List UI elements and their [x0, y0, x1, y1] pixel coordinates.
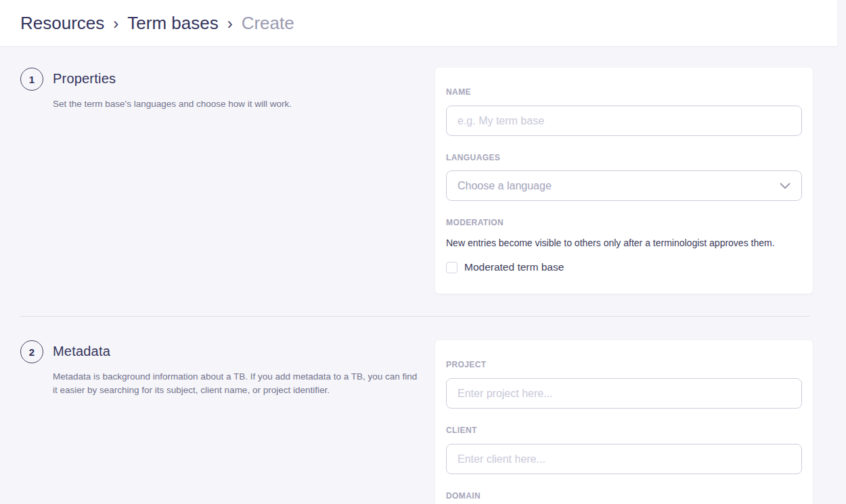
section-description-properties: Set the term base's languages and choose… — [53, 97, 292, 111]
section-title-metadata: Metadata — [53, 344, 422, 359]
metadata-card: PROJECT CLIENT DOMAIN — [435, 340, 813, 504]
project-field-label: PROJECT — [446, 360, 802, 369]
section-metadata-info: 2 Metadata Metadata is background inform… — [20, 340, 435, 398]
breadcrumb-current-create: Create — [242, 13, 294, 34]
step-number: 1 — [29, 74, 35, 85]
moderated-term-base-option[interactable]: Moderated term base — [446, 261, 802, 273]
name-input[interactable] — [446, 106, 802, 136]
section-title-properties: Properties — [53, 71, 292, 87]
client-field-label: CLIENT — [446, 426, 802, 435]
breadcrumb-link-term-bases[interactable]: Term bases — [127, 13, 218, 34]
moderated-term-base-checkbox[interactable] — [446, 262, 458, 273]
step-number-badge: 1 — [20, 68, 43, 91]
project-input[interactable] — [446, 378, 802, 409]
section-properties: 1 Properties Set the term base's languag… — [20, 46, 813, 294]
moderation-field-label: MODERATION — [446, 218, 802, 227]
section-description-metadata: Metadata is background information about… — [53, 370, 422, 398]
moderated-term-base-label: Moderated term base — [464, 261, 564, 273]
top-header: Resources › Term bases › Create — [0, 0, 837, 46]
languages-select[interactable]: Choose a language — [446, 170, 802, 201]
breadcrumb-separator: › — [113, 14, 118, 33]
section-metadata: 2 Metadata Metadata is background inform… — [20, 317, 813, 504]
properties-card: NAME LANGUAGES Choose a language MODERAT… — [435, 68, 813, 294]
moderation-help-text: New entries become visible to others onl… — [446, 237, 802, 248]
client-input[interactable] — [446, 444, 802, 474]
breadcrumb: Resources › Term bases › Create — [20, 13, 294, 34]
step-number-badge: 2 — [20, 340, 43, 363]
section-properties-info: 1 Properties Set the term base's languag… — [20, 68, 435, 111]
name-field-label: NAME — [446, 87, 802, 97]
create-term-base-form: 1 Properties Set the term base's languag… — [0, 46, 846, 504]
step-number: 2 — [29, 346, 35, 358]
languages-field-label: LANGUAGES — [446, 153, 802, 162]
languages-select-placeholder: Choose a language — [458, 180, 552, 192]
breadcrumb-link-resources[interactable]: Resources — [20, 13, 104, 34]
domain-field-label: DOMAIN — [446, 491, 802, 501]
breadcrumb-separator: › — [227, 14, 233, 33]
chevron-down-icon — [780, 183, 791, 189]
